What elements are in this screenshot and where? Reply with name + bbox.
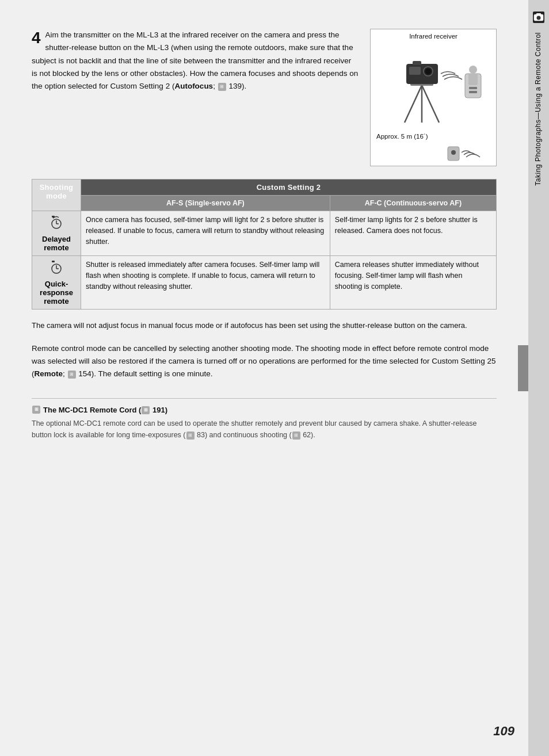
th-custom-setting: Custom Setting 2 [81, 180, 497, 196]
mc-dc1-section: ⊞ The MC-DC1 Remote Cord (⊞ 191) The opt… [32, 398, 497, 441]
infrared-diagram-box: Infrared receiver [370, 29, 497, 166]
ref-icon-154: ⊞ [68, 371, 76, 379]
svg-rect-8 [409, 67, 421, 75]
th-afc: AF-C (Continuous-servo AF) [330, 196, 496, 211]
side-tab-text: Taking Photographs—Using a Remote Contro… [534, 32, 543, 186]
mc-dc1-body: The optional MC-DC1 remote cord can be u… [32, 418, 497, 441]
ref-icon-139: ⊞ [218, 83, 226, 91]
svg-rect-17 [468, 74, 478, 85]
svg-rect-2 [536, 13, 541, 15]
mc-dc1-title-text: The MC-DC1 Remote Cord (⊞ 191) [43, 406, 167, 415]
page-number: 109 [493, 724, 514, 739]
quick-mode-icon [37, 259, 76, 278]
ref-icon-83: ⊞ [186, 432, 195, 440]
delayed-mode-icon [37, 215, 76, 234]
camera-tripod-illustration [376, 42, 491, 128]
page-container: Taking Photographs—Using a Remote Contro… [0, 0, 549, 756]
svg-rect-28 [52, 261, 55, 262]
mode-cell-quick: Quick-responseremote [32, 256, 81, 310]
remote-wave-illustration [374, 142, 493, 162]
mode-label-delayed: Delayedremote [42, 235, 71, 252]
afs-cell-delayed: Once camera has focused, self-timer lamp… [81, 211, 330, 256]
approx-label: Approx. 5 m (16´) [374, 133, 493, 140]
th-shooting-mode: Shooting mode [32, 180, 81, 211]
shooting-table: Shooting mode Custom Setting 2 AF-S (Sin… [32, 179, 497, 310]
autofocus-bold: Autofocus [174, 82, 213, 90]
afc-cell-quick: Camera releases shutter immediately with… [330, 256, 496, 310]
th-afs: AF-S (Single-servo AF) [81, 196, 330, 211]
afs-cell-quick: Shutter is released immediately after ca… [81, 256, 330, 310]
svg-point-10 [425, 68, 431, 74]
side-accent-bar [518, 345, 528, 391]
side-tab: Taking Photographs—Using a Remote Contro… [528, 0, 549, 756]
svg-point-1 [537, 16, 541, 20]
step4-section: 4 Aim the transmitter on the ML-L3 at th… [32, 29, 497, 166]
infrared-label: Infrared receiver [374, 33, 493, 40]
main-content: 4 Aim the transmitter on the ML-L3 at th… [0, 0, 528, 756]
note-text: The camera will not adjust focus in manu… [32, 320, 497, 332]
svg-line-3 [405, 85, 422, 123]
camera-tab-icon [533, 12, 544, 23]
remote-para: Remote control mode can be cancelled by … [32, 342, 497, 381]
ref-icon-191: ⊞ [142, 406, 150, 414]
mode-label-quick: Quick-responseremote [40, 280, 73, 306]
svg-line-23 [53, 217, 54, 218]
svg-rect-15 [469, 91, 477, 93]
ref-icon-62: ⊞ [292, 432, 300, 440]
svg-rect-11 [413, 61, 421, 65]
svg-point-16 [469, 66, 477, 74]
svg-line-5 [422, 85, 439, 123]
remote-bold: Remote [35, 369, 63, 378]
svg-point-19 [451, 150, 456, 155]
afc-cell-delayed: Self-timer lamp lights for 2 s before sh… [330, 211, 496, 256]
table-row-delayed: Delayedremote Once camera has focused, s… [32, 211, 497, 256]
svg-rect-24 [52, 216, 55, 217]
mc-dc1-icon: ⊞ [32, 406, 40, 414]
table-row-quick: Quick-responseremote Shutter is released… [32, 256, 497, 310]
mode-cell-delayed: Delayedremote [32, 211, 81, 256]
step4-text: 4 Aim the transmitter on the ML-L3 at th… [32, 29, 359, 166]
step-number: 4 [32, 30, 41, 46]
mc-dc1-title: ⊞ The MC-DC1 Remote Cord (⊞ 191) [32, 406, 497, 415]
svg-rect-14 [469, 87, 477, 89]
